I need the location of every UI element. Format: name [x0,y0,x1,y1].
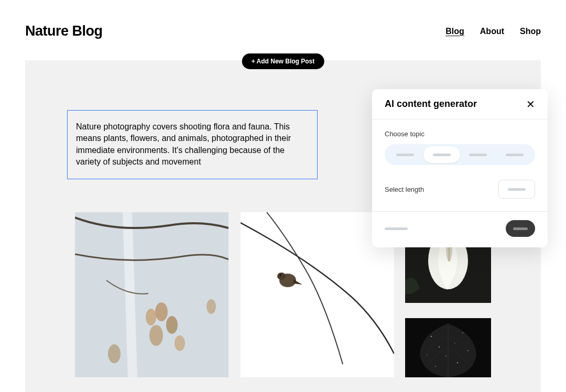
length-field-label: Select length [385,186,424,193]
selected-text-block[interactable]: Nature photography covers shooting flora… [67,110,318,179]
image-leaf[interactable] [405,318,491,377]
svg-point-1 [155,302,168,321]
ai-content-generator-panel: AI content generator ✕ Choose topic Sele… [372,89,548,247]
length-row: Select length [385,180,535,199]
svg-point-2 [146,309,156,325]
svg-point-19 [439,346,440,347]
ai-panel-footer [372,211,548,247]
close-icon: ✕ [526,99,535,110]
placeholder-bar [396,154,414,156]
svg-rect-8 [241,212,394,377]
ai-panel-header: AI content generator ✕ [372,89,548,119]
footer-secondary-action[interactable] [385,227,408,230]
placeholder-bar [469,154,487,156]
image-branches[interactable] [75,212,228,377]
topic-option-2[interactable] [423,146,460,163]
site-header: Nature Blog Blog About Shop [0,0,566,60]
svg-point-6 [206,299,216,314]
svg-point-24 [457,362,458,363]
topic-field-label: Choose topic [385,130,535,138]
svg-point-7 [108,344,121,363]
topic-option-4[interactable] [496,146,533,163]
image-bird[interactable] [241,212,394,377]
svg-rect-0 [75,212,228,377]
placeholder-bar [508,188,526,191]
bird-graphic [241,212,394,377]
svg-point-20 [454,343,455,344]
nav-link-shop[interactable]: Shop [520,27,541,36]
branches-graphic [75,212,228,377]
blog-text-content: Nature photography covers shooting flora… [76,121,309,168]
svg-point-18 [462,332,463,333]
length-selector[interactable] [498,180,535,199]
topic-option-1[interactable] [387,146,423,163]
nav-link-about[interactable]: About [480,27,504,36]
placeholder-bar [513,227,528,230]
nav-link-blog[interactable]: Blog [445,27,464,36]
ai-panel-body: Choose topic Select length [372,119,548,211]
svg-point-22 [467,350,469,351]
svg-point-10 [277,273,286,280]
topic-option-3[interactable] [460,146,497,163]
topic-selector [385,144,535,165]
leaf-graphic [405,318,491,377]
svg-point-3 [166,316,178,334]
main-nav: Blog About Shop [445,27,541,36]
add-blog-post-button[interactable]: + Add New Blog Post [242,53,324,69]
svg-point-4 [149,325,163,346]
placeholder-bar [506,154,524,156]
site-title: Nature Blog [25,23,103,39]
svg-point-11 [280,275,281,276]
svg-point-21 [445,355,447,356]
close-panel-button[interactable]: ✕ [526,99,535,110]
svg-point-25 [435,366,436,367]
generate-button[interactable] [506,220,535,237]
svg-point-5 [175,335,185,351]
placeholder-bar [433,154,451,156]
svg-point-17 [431,336,432,337]
ai-panel-title: AI content generator [385,99,477,110]
image-row [75,212,394,377]
svg-point-23 [427,354,428,355]
